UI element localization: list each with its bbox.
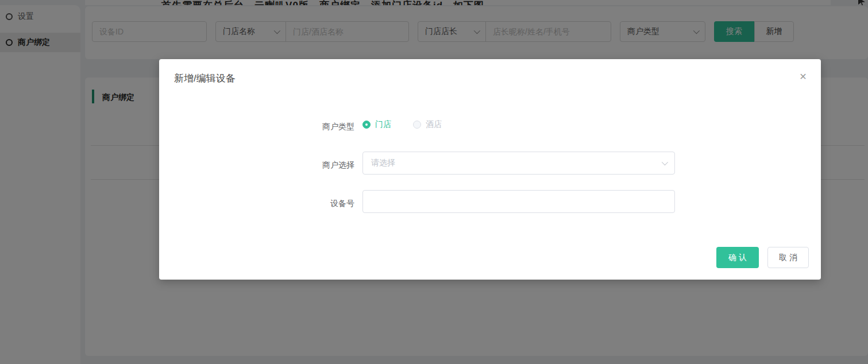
- merchant-type-label: 商户类型: [159, 121, 354, 132]
- radio-unselected-icon: [413, 121, 421, 129]
- radio-hotel[interactable]: 酒店: [413, 119, 442, 130]
- radio-store-label: 门店: [375, 119, 391, 130]
- add-edit-device-dialog: 新增/编辑设备 ✕ 商户类型 门店 酒店 商户选择 请选择: [159, 59, 821, 280]
- device-no-label: 设备号: [159, 198, 354, 209]
- merchant-select-label: 商户选择: [159, 159, 354, 171]
- device-no-input[interactable]: [362, 190, 675, 213]
- radio-hotel-label: 酒店: [426, 119, 442, 130]
- dialog-title: 新增/编辑设备: [174, 72, 236, 85]
- chevron-down-icon: [662, 159, 668, 165]
- radio-store[interactable]: 门店: [362, 119, 391, 130]
- app-window: 首先需要在总后台 - 云喇叭V0版 - 商户绑定，添加门店设备id，如下图 设置…: [0, 0, 868, 364]
- device-no-field: [362, 190, 675, 213]
- confirm-button[interactable]: 确 认: [716, 247, 759, 268]
- merchant-select-dropdown[interactable]: 请选择: [362, 152, 675, 175]
- cancel-button[interactable]: 取 消: [767, 247, 809, 268]
- close-icon[interactable]: ✕: [797, 71, 809, 83]
- radio-selected-icon: [362, 121, 371, 129]
- merchant-select-placeholder: 请选择: [371, 158, 395, 168]
- merchant-type-radio-group: 门店 酒店: [362, 119, 442, 130]
